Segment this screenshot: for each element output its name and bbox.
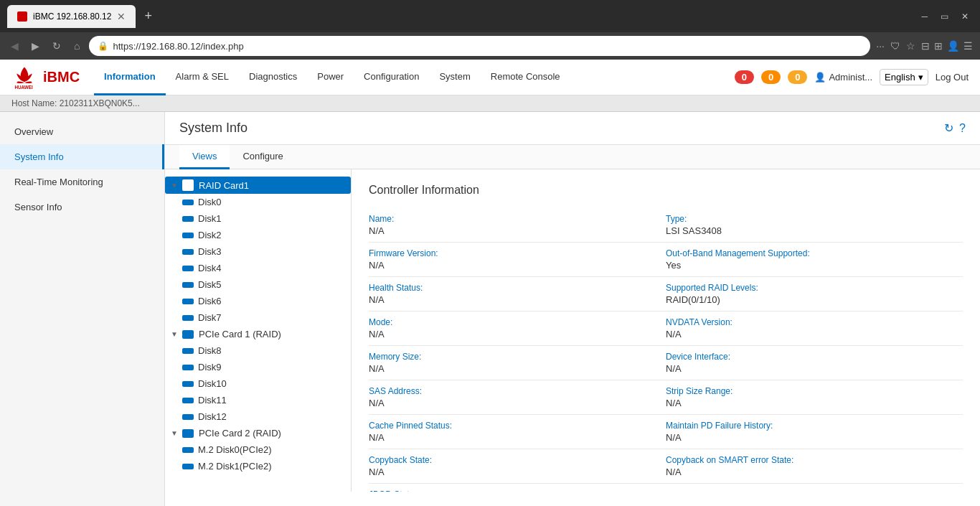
disk-icon-11 [182, 398, 194, 403]
tree-label-disk6: Disk6 [198, 296, 222, 306]
field-nvdata-version-label: NVDATA Version: N/A [666, 311, 963, 346]
tree-item-disk2[interactable]: Disk2 [165, 227, 351, 243]
field-sas-address-label: SAS Address: N/A [369, 380, 666, 415]
address-bar-row: ◀ ▶ ↻ ⌂ 🔒 https://192.168.80.12/index.ph… [0, 32, 980, 60]
content-header: System Info ↻ ? [165, 112, 980, 145]
split-view-icon[interactable]: ⊞ [934, 40, 943, 52]
tree-label-pcie1: PCIe Card 1 (RAID) [199, 329, 281, 339]
expand-icon-raid1[interactable]: ▼ [171, 182, 179, 189]
profile-icon[interactable]: 👤 [947, 40, 959, 52]
disk-icon-m2-1 [182, 464, 194, 469]
expand-icon-pcie2[interactable]: ▼ [171, 429, 179, 437]
forward-button[interactable]: ▶ [28, 39, 43, 53]
tree-item-disk12[interactable]: Disk12 [165, 408, 351, 425]
tree-label-disk4: Disk4 [198, 263, 222, 273]
minimize-button[interactable]: ─ [917, 10, 932, 23]
tree-item-disk1[interactable]: Disk1 [165, 210, 351, 227]
tree-label-disk1: Disk1 [198, 213, 222, 224]
tree-item-pcie1[interactable]: ▼ PCIe Card 1 (RAID) [165, 326, 351, 342]
tree-item-disk5[interactable]: Disk5 [165, 276, 351, 293]
nav-system[interactable]: System [429, 60, 480, 95]
menu-icon[interactable]: ☰ [963, 40, 973, 52]
tree-label-m2disk1: M.2 Disk1(PCIe2) [198, 461, 272, 472]
tree-label-disk2: Disk2 [198, 230, 222, 240]
field-device-interface-label: Device Interface: N/A [666, 346, 963, 380]
back-button[interactable]: ◀ [7, 39, 22, 53]
sidebar-item-overview[interactable]: Overview [0, 119, 164, 144]
logout-button[interactable]: Log Out [936, 72, 969, 83]
user-name: Administ... [829, 72, 872, 83]
tree-label-m2disk0: M.2 Disk0(PCIe2) [198, 444, 272, 455]
tree-item-disk11[interactable]: Disk11 [165, 392, 351, 408]
sidebar-item-sensor-info[interactable]: Sensor Info [0, 195, 164, 220]
tree-item-raid1[interactable]: ▼ RAID Card1 [165, 177, 351, 194]
tree-label-disk5: Disk5 [198, 279, 222, 290]
tree-item-disk6[interactable]: Disk6 [165, 293, 351, 309]
tree-label-disk0: Disk0 [198, 197, 222, 207]
disk-icon-9 [182, 365, 194, 370]
controller-icon [182, 179, 194, 191]
tree-item-disk10[interactable]: Disk10 [165, 375, 351, 392]
address-bar-extras: ··· 🛡 ☆ [876, 40, 915, 52]
refresh-icon[interactable]: ↻ [944, 121, 953, 135]
maximize-button[interactable]: ▭ [936, 10, 953, 23]
minor-badge[interactable]: 0 [788, 70, 807, 84]
expand-icon-pcie1[interactable]: ▼ [171, 330, 179, 338]
nav-diagnostics[interactable]: Diagnostics [239, 60, 307, 95]
disk-icon-12 [182, 414, 194, 420]
bookmark-icon[interactable]: ☆ [906, 40, 915, 52]
nav-remote-console[interactable]: Remote Console [481, 60, 570, 95]
tree-item-disk0[interactable]: Disk0 [165, 194, 351, 210]
close-button[interactable]: ✕ [957, 10, 973, 23]
disk-icon-2 [182, 233, 194, 238]
field-copyback-state-label: Copyback State: N/A [369, 449, 666, 484]
tree-item-pcie2[interactable]: ▼ PCIe Card 2 (RAID) [165, 425, 351, 441]
critical-badge[interactable]: 0 [735, 70, 754, 84]
tree-item-m2disk1[interactable]: M.2 Disk1(PCIe2) [165, 458, 351, 474]
field-mode-label: Mode: N/A [369, 311, 666, 346]
tree-item-disk8[interactable]: Disk8 [165, 342, 351, 359]
app-container: HUAWEI iBMC Information Alarm & SEL Diag… [0, 60, 980, 506]
tree-item-disk7[interactable]: Disk7 [165, 309, 351, 326]
user-icon: 👤 [814, 72, 826, 83]
sidebar-item-real-time-monitoring[interactable]: Real-Time Monitoring [0, 169, 164, 195]
nav-alarm-sel[interactable]: Alarm & SEL [166, 60, 239, 95]
collections-icon[interactable]: ⊟ [921, 40, 930, 52]
tab-views[interactable]: Views [179, 145, 230, 169]
refresh-button[interactable]: ↻ [49, 39, 65, 53]
tree-label-disk12: Disk12 [198, 411, 227, 422]
ibmc-title: iBMC [43, 69, 80, 85]
tabs-row: Views Configure [165, 145, 980, 169]
help-icon[interactable]: ? [959, 122, 966, 135]
tree-item-disk3[interactable]: Disk3 [165, 243, 351, 260]
tab-configure[interactable]: Configure [230, 145, 296, 169]
language-selector[interactable]: English ▾ [880, 69, 928, 85]
more-options-icon[interactable]: ··· [876, 40, 885, 52]
address-bar[interactable]: 🔒 https://192.168.80.12/index.php [89, 36, 870, 56]
url-text: https://192.168.80.12/index.php [113, 41, 862, 52]
logo-area: HUAWEI iBMC [11, 65, 80, 90]
sidebar-item-system-info[interactable]: System Info [0, 144, 164, 169]
huawei-logo-icon: HUAWEI [11, 65, 37, 90]
nav-information[interactable]: Information [94, 60, 166, 95]
user-area[interactable]: 👤 Administ... [814, 72, 872, 83]
tree-label-disk11: Disk11 [198, 395, 227, 406]
nav-configuration[interactable]: Configuration [354, 60, 429, 95]
tree-label-disk8: Disk8 [198, 345, 222, 356]
nav-power[interactable]: Power [307, 60, 354, 95]
tree-item-disk4[interactable]: Disk4 [165, 260, 351, 276]
dropdown-icon: ▾ [918, 72, 923, 83]
home-button[interactable]: ⌂ [70, 39, 83, 53]
tree-item-m2disk0[interactable]: M.2 Disk0(PCIe2) [165, 441, 351, 458]
main-area: Overview System Info Real-Time Monitorin… [0, 112, 980, 506]
major-badge[interactable]: 0 [761, 70, 781, 84]
disk-icon-10 [182, 381, 194, 387]
new-tab-button[interactable]: + [144, 9, 152, 24]
tree-item-disk9[interactable]: Disk9 [165, 359, 351, 375]
nav-links: Information Alarm & SEL Diagnostics Powe… [94, 60, 735, 95]
svg-text:HUAWEI: HUAWEI [15, 85, 33, 90]
field-jbod-state-label: JBOD State: N/A [369, 484, 666, 492]
tab-close-button[interactable]: ✕ [117, 11, 126, 22]
disk-icon-7 [182, 315, 194, 321]
browser-tab[interactable]: iBMC 192.168.80.12 ✕ [7, 5, 136, 28]
